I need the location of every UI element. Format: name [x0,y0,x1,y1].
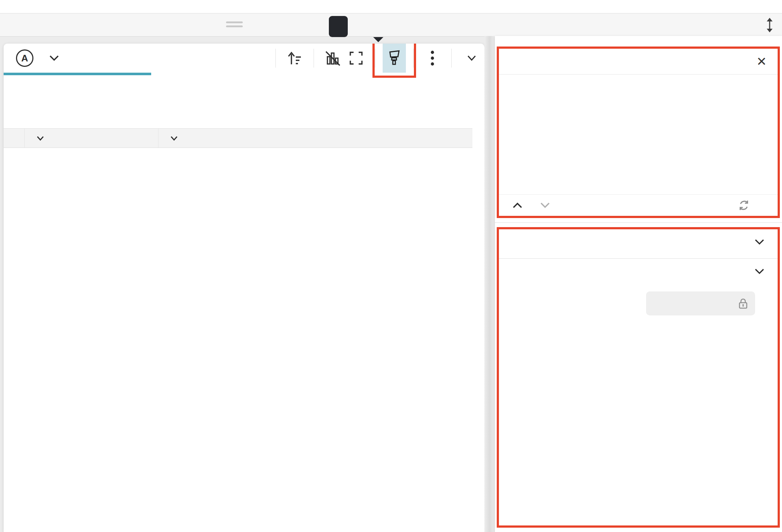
toolbar-divider [413,49,414,68]
fullscreen-icon[interactable] [344,44,368,73]
format-event-list-annotation-box: ✕ [497,47,780,218]
field-list-empty-space [499,74,778,194]
format-event-list-tooltip [329,16,348,37]
sort-icon[interactable] [283,44,306,73]
gutter-header-cell [4,129,25,148]
toolbar-divider [314,49,314,68]
auto-chart-type-icon: A [16,49,33,67]
width-input[interactable] [646,291,755,315]
top-bar [0,13,782,37]
chart-type-chevron-icon[interactable] [49,55,60,62]
format-brush-icon[interactable] [383,44,406,73]
chart-header: A [4,44,484,73]
event-histogram [4,75,484,128]
lock-icon [738,298,749,309]
field-list-footer [499,194,778,216]
save-button[interactable] [461,55,476,61]
event-table [4,128,472,532]
timestamp-column-header[interactable] [25,129,158,148]
toolbar-divider [275,49,276,68]
active-tab-underline [4,73,151,75]
kebab-icon[interactable] [421,44,444,73]
event-list-panel: A [4,44,484,532]
rawstring-column-header[interactable] [158,129,472,148]
collapse-size-icon[interactable] [754,268,765,275]
toolbar-divider [375,49,375,68]
move-field-up-icon[interactable] [512,202,523,209]
table-header-row [4,128,472,148]
column-properties-annotation-box [497,227,780,528]
sidebar-section-divider [495,222,782,223]
page-top-strip [0,0,782,13]
reset-fields-icon[interactable] [738,199,750,211]
chart-toolbar [268,44,476,73]
toolbar-divider [451,49,452,68]
expand-collapse-icon[interactable] [763,18,776,32]
collapse-section-icon[interactable] [754,239,765,245]
move-field-down-icon[interactable] [540,202,551,209]
close-icon[interactable]: ✕ [757,54,767,69]
custom-width-stepper [499,291,763,315]
pane-resize-handle[interactable] [226,21,243,27]
panel-resize-strip[interactable] [484,36,495,532]
format-sidebar: ✕ [495,36,782,532]
histogram-off-icon[interactable] [321,44,344,73]
